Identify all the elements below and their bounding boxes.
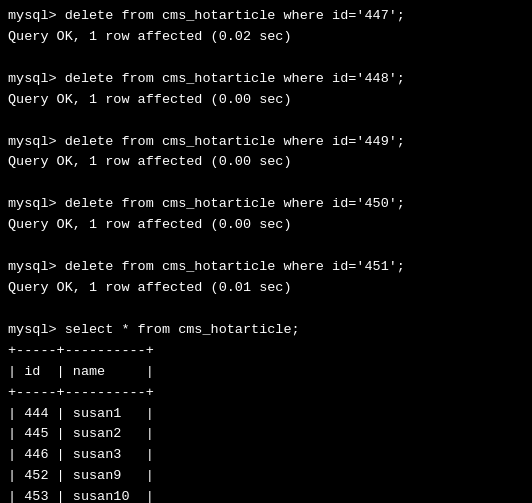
blank-line [8,173,524,194]
blank-line [8,236,524,257]
command-line: mysql> delete from cms_hotarticle where … [8,257,524,278]
result-line: Query OK, 1 row affected (0.00 sec) [8,90,524,111]
result-line: Query OK, 1 row affected (0.00 sec) [8,215,524,236]
result-line: Query OK, 1 row affected (0.02 sec) [8,27,524,48]
table-line: | 453 | susan10 | [8,487,524,503]
table-line: | 446 | susan3 | [8,445,524,466]
table-line: | 452 | susan9 | [8,466,524,487]
blank-line [8,299,524,320]
command-line: mysql> delete from cms_hotarticle where … [8,69,524,90]
table-line: | 445 | susan2 | [8,424,524,445]
result-line: Query OK, 1 row affected (0.01 sec) [8,278,524,299]
result-line: Query OK, 1 row affected (0.00 sec) [8,152,524,173]
command-line: mysql> select * from cms_hotarticle; [8,320,524,341]
command-line: mysql> delete from cms_hotarticle where … [8,194,524,215]
table-line: | id | name | [8,362,524,383]
table-line: | 444 | susan1 | [8,404,524,425]
table-line: +-----+----------+ [8,383,524,404]
blank-line [8,48,524,69]
command-line: mysql> delete from cms_hotarticle where … [8,132,524,153]
terminal-window: mysql> delete from cms_hotarticle where … [0,0,532,503]
blank-line [8,111,524,132]
command-line: mysql> delete from cms_hotarticle where … [8,6,524,27]
table-line: +-----+----------+ [8,341,524,362]
